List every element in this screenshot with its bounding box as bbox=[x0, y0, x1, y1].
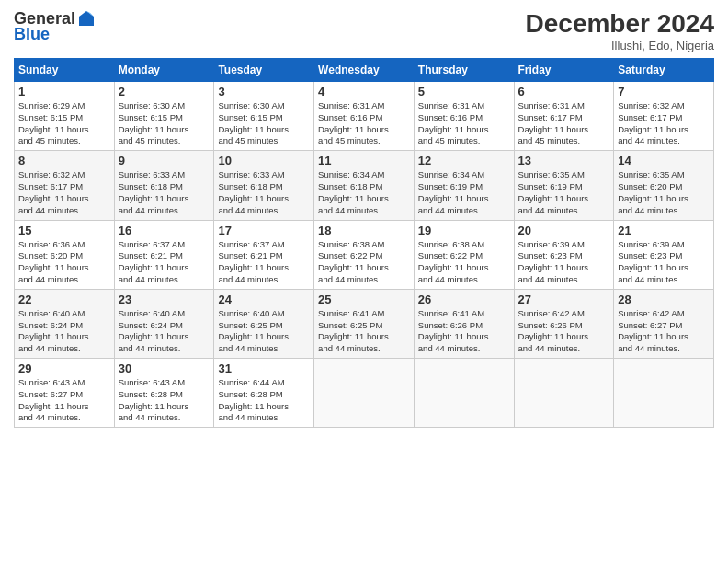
day-info: Sunrise: 6:40 AM Sunset: 6:24 PM Dayligh… bbox=[119, 308, 210, 355]
calendar-day-cell: 10Sunrise: 6:33 AM Sunset: 6:18 PM Dayli… bbox=[214, 151, 314, 220]
calendar-day-cell: 14Sunrise: 6:35 AM Sunset: 6:20 PM Dayli… bbox=[614, 151, 714, 220]
day-number: 30 bbox=[119, 362, 210, 375]
day-number: 20 bbox=[518, 224, 610, 237]
day-number: 1 bbox=[18, 85, 110, 98]
calendar-day-cell: 5Sunrise: 6:31 AM Sunset: 6:16 PM Daylig… bbox=[414, 82, 514, 151]
title-block: December 2024 Illushi, Edo, Nigeria bbox=[526, 9, 714, 52]
calendar-header-cell: Saturday bbox=[614, 59, 714, 82]
calendar-table: SundayMondayTuesdayWednesdayThursdayFrid… bbox=[14, 58, 714, 428]
day-info: Sunrise: 6:39 AM Sunset: 6:23 PM Dayligh… bbox=[618, 239, 710, 286]
calendar-day-cell: 8Sunrise: 6:32 AM Sunset: 6:17 PM Daylig… bbox=[15, 151, 115, 220]
calendar-week-row: 1Sunrise: 6:29 AM Sunset: 6:15 PM Daylig… bbox=[15, 82, 714, 151]
day-info: Sunrise: 6:41 AM Sunset: 6:25 PM Dayligh… bbox=[318, 308, 410, 355]
calendar-day-cell: 6Sunrise: 6:31 AM Sunset: 6:17 PM Daylig… bbox=[514, 82, 614, 151]
calendar-day-cell: 15Sunrise: 6:36 AM Sunset: 6:20 PM Dayli… bbox=[15, 220, 115, 289]
day-number: 27 bbox=[518, 293, 610, 306]
day-number: 9 bbox=[119, 154, 210, 167]
day-info: Sunrise: 6:38 AM Sunset: 6:22 PM Dayligh… bbox=[418, 239, 510, 286]
calendar-day-cell: 3Sunrise: 6:30 AM Sunset: 6:15 PM Daylig… bbox=[214, 82, 314, 151]
day-info: Sunrise: 6:33 AM Sunset: 6:18 PM Dayligh… bbox=[119, 169, 210, 216]
calendar-day-cell: 30Sunrise: 6:43 AM Sunset: 6:28 PM Dayli… bbox=[114, 359, 214, 428]
calendar-day-cell: 4Sunrise: 6:31 AM Sunset: 6:16 PM Daylig… bbox=[314, 82, 415, 151]
day-number: 18 bbox=[318, 224, 410, 237]
calendar-day-cell bbox=[514, 359, 614, 428]
calendar-header-cell: Friday bbox=[514, 59, 614, 82]
day-info: Sunrise: 6:43 AM Sunset: 6:28 PM Dayligh… bbox=[119, 377, 210, 424]
day-info: Sunrise: 6:44 AM Sunset: 6:28 PM Dayligh… bbox=[218, 377, 310, 424]
day-number: 24 bbox=[218, 293, 310, 306]
calendar-day-cell: 12Sunrise: 6:34 AM Sunset: 6:19 PM Dayli… bbox=[414, 151, 514, 220]
svg-marker-0 bbox=[79, 11, 94, 26]
calendar-day-cell: 28Sunrise: 6:42 AM Sunset: 6:27 PM Dayli… bbox=[614, 289, 714, 358]
day-number: 29 bbox=[18, 362, 110, 375]
day-number: 6 bbox=[518, 85, 610, 98]
calendar-day-cell: 29Sunrise: 6:43 AM Sunset: 6:27 PM Dayli… bbox=[15, 359, 115, 428]
day-info: Sunrise: 6:35 AM Sunset: 6:19 PM Dayligh… bbox=[518, 169, 610, 216]
day-info: Sunrise: 6:35 AM Sunset: 6:20 PM Dayligh… bbox=[618, 169, 710, 216]
calendar-day-cell: 24Sunrise: 6:40 AM Sunset: 6:25 PM Dayli… bbox=[214, 289, 314, 358]
calendar-day-cell: 18Sunrise: 6:38 AM Sunset: 6:22 PM Dayli… bbox=[314, 220, 415, 289]
day-number: 17 bbox=[218, 224, 310, 237]
day-info: Sunrise: 6:40 AM Sunset: 6:25 PM Dayligh… bbox=[218, 308, 310, 355]
calendar-week-row: 8Sunrise: 6:32 AM Sunset: 6:17 PM Daylig… bbox=[15, 151, 714, 220]
day-info: Sunrise: 6:31 AM Sunset: 6:17 PM Dayligh… bbox=[518, 100, 610, 147]
calendar-week-row: 29Sunrise: 6:43 AM Sunset: 6:27 PM Dayli… bbox=[15, 359, 714, 428]
calendar-day-cell: 27Sunrise: 6:42 AM Sunset: 6:26 PM Dayli… bbox=[514, 289, 614, 358]
day-number: 11 bbox=[318, 154, 410, 167]
calendar-day-cell: 26Sunrise: 6:41 AM Sunset: 6:26 PM Dayli… bbox=[414, 289, 514, 358]
calendar-header-cell: Monday bbox=[114, 59, 214, 82]
calendar-header-cell: Sunday bbox=[15, 59, 115, 82]
day-number: 23 bbox=[119, 293, 210, 306]
day-number: 2 bbox=[119, 85, 210, 98]
location: Illushi, Edo, Nigeria bbox=[526, 39, 714, 52]
day-info: Sunrise: 6:38 AM Sunset: 6:22 PM Dayligh… bbox=[318, 239, 410, 286]
day-number: 3 bbox=[218, 85, 310, 98]
calendar-day-cell: 9Sunrise: 6:33 AM Sunset: 6:18 PM Daylig… bbox=[114, 151, 214, 220]
calendar-day-cell: 17Sunrise: 6:37 AM Sunset: 6:21 PM Dayli… bbox=[214, 220, 314, 289]
calendar-day-cell: 11Sunrise: 6:34 AM Sunset: 6:18 PM Dayli… bbox=[314, 151, 415, 220]
day-number: 22 bbox=[18, 293, 110, 306]
calendar-header-cell: Thursday bbox=[414, 59, 514, 82]
day-info: Sunrise: 6:29 AM Sunset: 6:15 PM Dayligh… bbox=[18, 100, 110, 147]
day-info: Sunrise: 6:42 AM Sunset: 6:27 PM Dayligh… bbox=[618, 308, 710, 355]
calendar-day-cell: 13Sunrise: 6:35 AM Sunset: 6:19 PM Dayli… bbox=[514, 151, 614, 220]
logo-icon bbox=[77, 9, 96, 28]
day-info: Sunrise: 6:30 AM Sunset: 6:15 PM Dayligh… bbox=[218, 100, 310, 147]
day-info: Sunrise: 6:37 AM Sunset: 6:21 PM Dayligh… bbox=[119, 239, 210, 286]
logo: General Blue bbox=[14, 9, 96, 44]
day-number: 28 bbox=[618, 293, 710, 306]
day-info: Sunrise: 6:32 AM Sunset: 6:17 PM Dayligh… bbox=[618, 100, 710, 147]
calendar-header-row: SundayMondayTuesdayWednesdayThursdayFrid… bbox=[15, 59, 714, 82]
day-number: 31 bbox=[218, 362, 310, 375]
calendar-body: 1Sunrise: 6:29 AM Sunset: 6:15 PM Daylig… bbox=[15, 82, 714, 428]
calendar-header-cell: Tuesday bbox=[214, 59, 314, 82]
page-container: General Blue December 2024 Illushi, Edo,… bbox=[0, 0, 728, 437]
calendar-day-cell: 25Sunrise: 6:41 AM Sunset: 6:25 PM Dayli… bbox=[314, 289, 415, 358]
day-info: Sunrise: 6:39 AM Sunset: 6:23 PM Dayligh… bbox=[518, 239, 610, 286]
month-title: December 2024 bbox=[526, 9, 714, 39]
day-number: 4 bbox=[318, 85, 410, 98]
calendar-header-cell: Wednesday bbox=[314, 59, 415, 82]
calendar-day-cell: 23Sunrise: 6:40 AM Sunset: 6:24 PM Dayli… bbox=[114, 289, 214, 358]
day-info: Sunrise: 6:36 AM Sunset: 6:20 PM Dayligh… bbox=[18, 239, 110, 286]
day-info: Sunrise: 6:40 AM Sunset: 6:24 PM Dayligh… bbox=[18, 308, 110, 355]
day-info: Sunrise: 6:31 AM Sunset: 6:16 PM Dayligh… bbox=[418, 100, 510, 147]
calendar-day-cell: 1Sunrise: 6:29 AM Sunset: 6:15 PM Daylig… bbox=[15, 82, 115, 151]
calendar-day-cell: 31Sunrise: 6:44 AM Sunset: 6:28 PM Dayli… bbox=[214, 359, 314, 428]
calendar-day-cell: 22Sunrise: 6:40 AM Sunset: 6:24 PM Dayli… bbox=[15, 289, 115, 358]
calendar-day-cell bbox=[614, 359, 714, 428]
day-number: 13 bbox=[518, 154, 610, 167]
day-number: 25 bbox=[318, 293, 410, 306]
day-number: 16 bbox=[119, 224, 210, 237]
day-info: Sunrise: 6:31 AM Sunset: 6:16 PM Dayligh… bbox=[318, 100, 410, 147]
day-number: 19 bbox=[418, 224, 510, 237]
calendar-day-cell: 7Sunrise: 6:32 AM Sunset: 6:17 PM Daylig… bbox=[614, 82, 714, 151]
day-info: Sunrise: 6:43 AM Sunset: 6:27 PM Dayligh… bbox=[18, 377, 110, 424]
calendar-day-cell: 21Sunrise: 6:39 AM Sunset: 6:23 PM Dayli… bbox=[614, 220, 714, 289]
day-number: 8 bbox=[18, 154, 110, 167]
calendar-day-cell: 2Sunrise: 6:30 AM Sunset: 6:15 PM Daylig… bbox=[114, 82, 214, 151]
day-info: Sunrise: 6:34 AM Sunset: 6:19 PM Dayligh… bbox=[418, 169, 510, 216]
day-info: Sunrise: 6:41 AM Sunset: 6:26 PM Dayligh… bbox=[418, 308, 510, 355]
calendar-week-row: 22Sunrise: 6:40 AM Sunset: 6:24 PM Dayli… bbox=[15, 289, 714, 358]
day-number: 7 bbox=[618, 85, 710, 98]
